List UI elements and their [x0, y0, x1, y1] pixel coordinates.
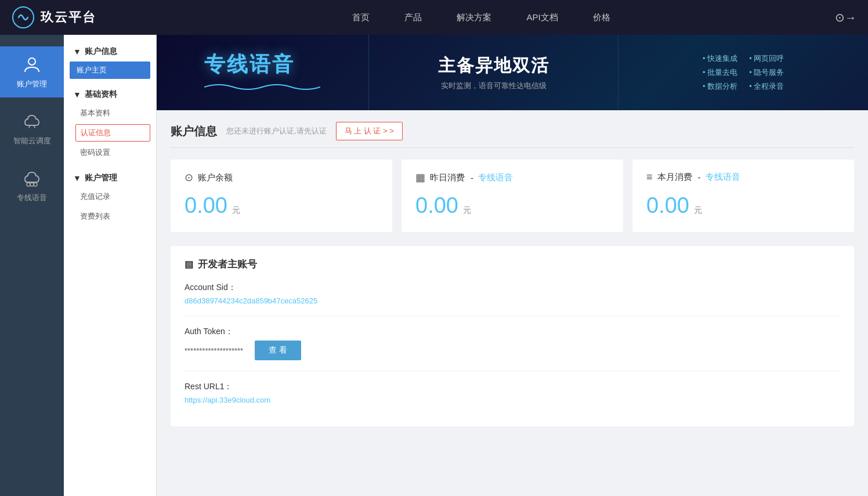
developer-section: ▤ 开发者主账号 Account Sid： d86d389744234c2da8… — [171, 246, 854, 426]
svg-point-3 — [27, 183, 30, 186]
nav-api-docs[interactable]: API文档 — [526, 12, 558, 22]
arrow-down-icon-3: ▼ — [73, 173, 81, 183]
yesterday-card-header: ▦ 昨日消费 - 专线语音 — [415, 171, 609, 184]
monthly-unit: 元 — [694, 205, 702, 216]
sec-section-account-info[interactable]: ▼ 账户信息 — [64, 41, 156, 60]
banner-feature-5: 隐号服务 — [749, 67, 784, 78]
banner-feature-4: 网页回呼 — [749, 53, 784, 64]
account-sid-value: d86d389744234c2da859b47ceca52625 — [185, 296, 840, 305]
yesterday-link[interactable]: 专线语音 — [478, 172, 513, 183]
monthly-value: 0.00 — [646, 193, 689, 218]
account-info-title: 账户信息 — [171, 124, 217, 139]
auth-token-row: Auth Token： ******************** 查 看 — [185, 327, 840, 371]
logout-button[interactable]: ⊙→ — [835, 10, 856, 24]
monthly-icon: ≡ — [646, 171, 653, 183]
account-sid-label: Account Sid： — [185, 283, 840, 293]
sidebar-item-account-management[interactable]: 账户管理 — [0, 46, 64, 97]
account-sid-row: Account Sid： d86d389744234c2da859b47ceca… — [185, 283, 840, 316]
banner: 专线语音 主备异地双活 实时监测，语音可靠性达电信级 快速集成 网页回呼 批量去… — [157, 35, 868, 110]
monthly-value-row: 0.00 元 — [646, 193, 840, 218]
leased-line-icon — [21, 168, 42, 189]
nav-products[interactable]: 产品 — [404, 12, 422, 22]
top-navigation: 玖云平台 首页 产品 解决方案 API文档 价格 ⊙→ — [0, 0, 868, 35]
monthly-card-header: ≡ 本月消费 - 专线语音 — [646, 171, 840, 183]
developer-title-text: 开发者主账号 — [198, 258, 257, 271]
yesterday-card: ▦ 昨日消费 - 专线语音 0.00 元 — [402, 160, 623, 232]
banner-feature-1: 快速集成 — [703, 53, 737, 64]
auth-token-flex: ******************** 查 看 — [185, 341, 840, 360]
svg-point-4 — [34, 183, 37, 186]
banner-part-3: 快速集成 网页回呼 批量去电 隐号服务 数据分析 全程录音 — [619, 35, 868, 110]
verify-now-button[interactable]: 马 上 认 证 > > — [336, 122, 403, 140]
banner-part-2: 主备异地双活 实时监测，语音可靠性达电信级 — [369, 35, 619, 110]
main-content: 专线语音 主备异地双活 实时监测，语音可靠性达电信级 快速集成 网页回呼 批量去… — [157, 35, 868, 496]
yesterday-icon: ▦ — [415, 171, 425, 184]
nav-home[interactable]: 首页 — [352, 12, 370, 22]
banner-subtitle-2: 实时监测，语音可靠性达电信级 — [441, 81, 547, 91]
primary-sidebar: 账户管理 智能云调度 专线语音 — [0, 35, 64, 496]
sec-item-recharge-history[interactable]: 充值记录 — [64, 187, 156, 207]
arrow-down-icon-2: ▼ — [73, 90, 81, 99]
main-layout: 账户管理 智能云调度 专线语音 — [0, 35, 868, 496]
account-warning-text: 您还未进行账户认证,请先认证 — [226, 126, 327, 136]
sec-item-password[interactable]: 密码设置 — [64, 143, 156, 162]
banner-part-1: 专线语音 — [157, 35, 369, 110]
nav-links: 首页 产品 解决方案 API文档 价格 — [128, 12, 835, 23]
sidebar-label-account: 账户管理 — [17, 79, 47, 89]
rest-url-value: https://api.33e9cloud.com — [185, 396, 840, 404]
nav-solutions[interactable]: 解决方案 — [457, 12, 491, 22]
yesterday-unit: 元 — [463, 205, 471, 216]
banner-title-2: 主备异地双活 — [438, 54, 549, 78]
balance-card: ⊙ 账户余额 0.00 元 — [171, 160, 392, 232]
smart-cloud-icon — [21, 111, 42, 132]
sec-section-title-basic-info: 基础资料 — [85, 89, 117, 100]
yesterday-value: 0.00 — [415, 193, 458, 218]
sidebar-label-leased-line: 专线语音 — [17, 193, 47, 203]
balance-unit: 元 — [232, 205, 240, 216]
svg-point-1 — [28, 58, 35, 65]
auth-token-value: ******************** — [185, 346, 243, 355]
sidebar-label-smart-cloud: 智能云调度 — [13, 136, 51, 146]
content-area: 账户信息 您还未进行账户认证,请先认证 马 上 认 证 > > ⊙ 账户余额 0… — [157, 110, 868, 438]
yesterday-value-row: 0.00 元 — [415, 193, 609, 218]
banner-feature-list: 快速集成 网页回呼 批量去电 隐号服务 数据分析 全程录音 — [703, 53, 784, 92]
sec-section-title-account-manage: 账户管理 — [85, 173, 117, 183]
sec-item-fee-list[interactable]: 资费列表 — [64, 207, 156, 226]
arrow-down-icon: ▼ — [73, 47, 81, 56]
sec-item-basic-data[interactable]: 基本资料 — [64, 103, 156, 123]
sidebar-item-smart-cloud[interactable]: 智能云调度 — [0, 103, 64, 154]
logo-area: 玖云平台 — [12, 6, 128, 29]
wave-decoration — [204, 81, 320, 93]
banner-feature-6: 全程录音 — [749, 81, 784, 92]
cards-row: ⊙ 账户余额 0.00 元 ▦ 昨日消费 - 专线语音 — [171, 160, 854, 232]
sec-item-account-home[interactable]: 账户主页 — [70, 61, 150, 79]
balance-title: 账户余额 — [198, 172, 233, 183]
banner-feature-2: 批量去电 — [703, 67, 737, 78]
rest-url-row: Rest URL1： https://api.33e9cloud.com — [185, 382, 840, 415]
monthly-card: ≡ 本月消费 - 专线语音 0.00 元 — [632, 160, 854, 232]
account-management-icon — [21, 55, 42, 75]
sidebar-item-leased-line[interactable]: 专线语音 — [0, 160, 64, 211]
balance-value: 0.00 — [185, 193, 227, 218]
account-info-header: 账户信息 您还未进行账户认证,请先认证 马 上 认 证 > > — [171, 122, 854, 148]
balance-icon: ⊙ — [185, 171, 193, 184]
sec-section-basic-info[interactable]: ▼ 基础资料 — [64, 84, 156, 103]
balance-value-row: 0.00 元 — [185, 193, 378, 218]
sec-item-verify-info[interactable]: 认证信息 — [75, 124, 150, 142]
developer-section-title: ▤ 开发者主账号 — [185, 258, 840, 271]
monthly-title: 本月消费 — [657, 172, 692, 183]
view-token-button[interactable]: 查 看 — [255, 341, 301, 360]
logout-icon: ⊙→ — [835, 10, 856, 24]
rest-url-label: Rest URL1： — [185, 382, 840, 392]
auth-token-label: Auth Token： — [185, 327, 840, 337]
logo-icon — [12, 6, 35, 29]
nav-pricing[interactable]: 价格 — [593, 12, 610, 22]
developer-title-icon: ▤ — [185, 259, 193, 270]
svg-point-2 — [30, 183, 34, 186]
secondary-sidebar: ▼ 账户信息 账户主页 ▼ 基础资料 基本资料 认证信息 密码设置 ▼ 账户管理… — [64, 35, 157, 496]
sec-section-account-manage[interactable]: ▼ 账户管理 — [64, 167, 156, 187]
balance-card-header: ⊙ 账户余额 — [185, 171, 378, 184]
yesterday-title: 昨日消费 — [430, 172, 465, 183]
logo-text: 玖云平台 — [41, 9, 96, 26]
monthly-link[interactable]: 专线语音 — [706, 172, 740, 183]
